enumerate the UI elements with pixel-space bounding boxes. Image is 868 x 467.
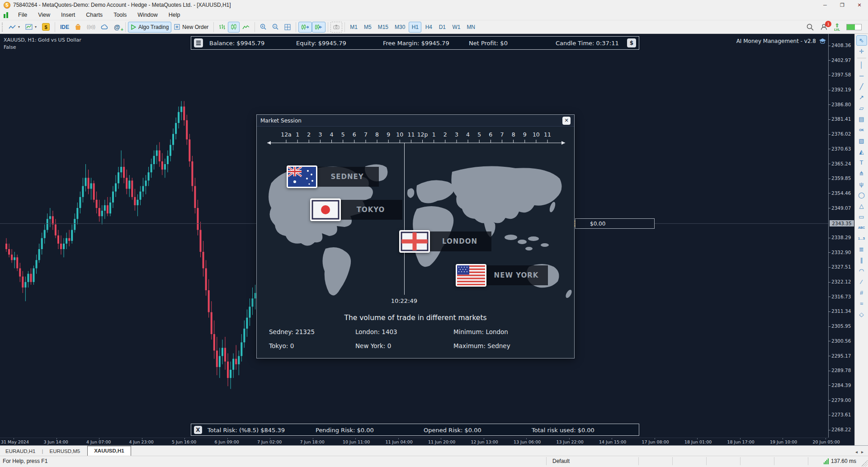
timeframe-d1[interactable]: D1 (436, 22, 448, 33)
menu-tools[interactable]: Tools (108, 10, 132, 19)
notifications-button[interactable]: 1 (820, 23, 828, 31)
abc-label-icon[interactable]: ABC (856, 222, 867, 233)
time-label: 6 Jun 09:00 (215, 439, 239, 444)
bitmap-icon[interactable]: ▧ (856, 136, 867, 146)
algo-trading-button[interactable]: Algo Trading (128, 22, 171, 33)
ellipse-icon[interactable]: ◯ (856, 190, 867, 200)
ide-button[interactable]: IDE (57, 22, 72, 33)
zigzag-icon (9, 24, 16, 30)
timeframe-mn[interactable]: MN (464, 22, 478, 33)
shapes-icon[interactable]: ◭ (856, 146, 867, 157)
time-axis[interactable]: 31 May 20243 Jun 14:004 Jun 07:004 Jun 2… (0, 438, 828, 445)
maximize-button[interactable]: ❐ (834, 0, 851, 10)
timeframe-m5[interactable]: M5 (361, 22, 374, 33)
cloud-button[interactable] (98, 22, 111, 33)
tab-xauusd-h1[interactable]: XAUUSD,H1 (87, 446, 131, 456)
panel-menu-button[interactable] (194, 38, 203, 47)
timeframe-m30[interactable]: M30 (392, 22, 408, 33)
graduation-cap-icon (819, 38, 826, 44)
rectangle-icon[interactable]: ▭ (856, 212, 867, 222)
australia-flag-icon (287, 165, 317, 188)
fibo-channel-icon[interactable]: ∥ (856, 255, 867, 265)
equidistant-channel-icon[interactable]: ▱ (856, 103, 867, 113)
session-stat: Minimum: London (453, 328, 508, 335)
price-axis[interactable]: 2343.35 2408.362402.972397.582392.192386… (829, 34, 854, 438)
numbers-label-icon[interactable]: 1…5 (856, 233, 867, 244)
tab-eurusd-m5[interactable]: EURUSD,M5 (44, 447, 85, 456)
chart-mode-dropdown[interactable]: ▾ (6, 22, 23, 33)
tab-euraud-h1[interactable]: EURAUD,H1 (0, 447, 41, 456)
profile-name[interactable]: Default (552, 458, 570, 464)
signals-button[interactable]: ((o)) (84, 22, 98, 33)
toolbar-grip (2, 23, 4, 32)
auto-scroll-button[interactable] (298, 22, 312, 33)
timeframe-m15[interactable]: M15 (375, 22, 391, 33)
menu-window[interactable]: Window (132, 10, 163, 19)
chart-shift-button[interactable] (312, 22, 326, 33)
fibo-retracement-icon[interactable]: ≣ (856, 244, 867, 255)
menu-file[interactable]: File (13, 10, 33, 19)
rays-icon[interactable]: ∕ (856, 277, 867, 287)
map-new-zealand (565, 289, 573, 299)
close-button[interactable]: ✕ (851, 0, 868, 10)
menu-view[interactable]: View (33, 10, 56, 19)
latency-value: 137.60 ms (831, 458, 856, 464)
svg-text:9: 9 (523, 131, 527, 138)
svg-text:10: 10 (533, 131, 540, 138)
timeframe-h4[interactable]: H4 (422, 22, 435, 33)
zoom-in-button[interactable] (257, 22, 269, 33)
time-label: 4 Jun 23:00 (129, 439, 154, 444)
triangle-icon[interactable]: △ (856, 201, 867, 211)
menu-help[interactable]: Help (163, 10, 186, 19)
currency-toggle-button[interactable]: $ (627, 38, 636, 47)
pitchfork-icon[interactable]: ⋔ (856, 168, 867, 179)
market-button[interactable] (72, 22, 84, 33)
vertical-line-icon[interactable]: │ (856, 60, 867, 70)
resize-grip[interactable] (861, 460, 868, 467)
crosshair-icon[interactable]: ✛ (856, 46, 867, 57)
line-chart-mode-button[interactable] (240, 22, 252, 33)
current-time-label: 10:22:49 (391, 297, 417, 304)
new-order-button[interactable]: New Order (171, 22, 211, 33)
fibo-arcs-icon[interactable]: ◠ (856, 266, 867, 276)
menu-charts[interactable]: Charts (80, 10, 108, 19)
ok-button-icon[interactable]: OK (856, 125, 867, 135)
community-button[interactable]: @ + (111, 22, 123, 33)
candlestick-mode-button[interactable] (228, 22, 240, 33)
elliott-wave-icon[interactable]: ≈ (856, 298, 867, 309)
screenshot-button[interactable] (330, 22, 342, 33)
horizontal-line-icon[interactable]: ─ (856, 71, 867, 81)
zoom-out-button[interactable] (269, 22, 282, 33)
england-flag-icon (399, 230, 430, 253)
menu-insert[interactable]: Insert (56, 10, 80, 19)
title-bar: 5 75840264 - MetaQuotes-Demo: Demo Accou… (0, 0, 868, 10)
market-session-header[interactable]: Market Session ✕ (257, 115, 574, 127)
text-label-icon[interactable]: T (856, 157, 867, 168)
market-session-close-button[interactable]: ✕ (562, 117, 571, 125)
cursor-icon[interactable]: ⇖ (856, 35, 867, 46)
grid-button[interactable] (282, 22, 293, 33)
timeframe-h1[interactable]: H1 (409, 22, 421, 33)
trendline-icon[interactable]: ╱ (856, 81, 867, 92)
regression-channel-icon[interactable]: ▤ (856, 114, 867, 124)
chart-area[interactable]: XAUUSD, H1: Gold vs US Dollar False $ Ba… (0, 34, 854, 445)
trendline-angle-icon[interactable]: ↗ (856, 92, 867, 103)
timeframe-m1[interactable]: M1 (347, 22, 360, 33)
market-session-panel[interactable]: Market Session ✕ 12a123456789101112p1234… (256, 114, 575, 359)
timeframe-w1[interactable]: W1 (449, 22, 463, 33)
tab-scroll-left-icon[interactable]: ◂ (855, 449, 858, 454)
risk-close-button[interactable]: X (194, 426, 202, 434)
minimize-button[interactable]: ─ (816, 0, 834, 10)
gann-fan-icon[interactable]: # (856, 288, 867, 298)
mesh-icon[interactable]: ◇ (856, 309, 867, 320)
market-session-title: Market Session (260, 118, 302, 124)
indicators-dropdown[interactable]: ▾ (23, 22, 39, 33)
currency-button[interactable]: $ (39, 22, 52, 33)
search-icon[interactable] (807, 24, 814, 31)
japan-flag-icon (310, 198, 341, 221)
fibo-fan-icon[interactable]: ψ (856, 179, 867, 189)
price-tick: 2386.80 (829, 102, 851, 107)
session-name-label: SEDNEY (316, 167, 379, 187)
tab-scroll-right-icon[interactable]: ▸ (861, 449, 863, 454)
bar-chart-mode-button[interactable] (216, 22, 228, 33)
